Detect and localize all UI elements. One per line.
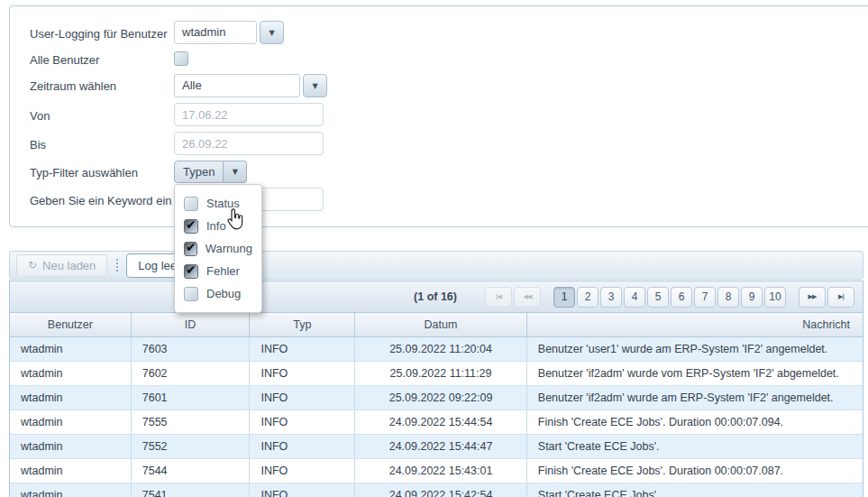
reload-button[interactable]: ↻ Neu laden (16, 254, 107, 277)
cell-typ: INFO (250, 337, 355, 361)
menu-item-checkbox[interactable]: ✔ (184, 264, 198, 279)
type-menu-item-warnung[interactable]: ✔ Warnung (175, 237, 261, 260)
user-select[interactable]: wtadmin ▼ (174, 21, 284, 44)
paginator: (1 of 16) |◀◀◀ 12345678910 ▶▶▶| (10, 281, 863, 313)
cell-id: 7601 (132, 386, 251, 410)
page-button-3[interactable]: 3 (600, 287, 622, 308)
cell-id: 7603 (132, 337, 251, 361)
table-row[interactable]: wtadmin7541INFO24.09.2022 15:42:54Start … (10, 483, 863, 497)
type-menu-item-fehler[interactable]: ✔ Fehler (175, 260, 261, 282)
from-date-label: Von (30, 109, 50, 124)
page-button-8[interactable]: 8 (717, 287, 739, 308)
page-button-6[interactable]: 6 (671, 287, 692, 308)
user-logging-page: User-Logging für Benutzer wtadmin ▼ Alle… (0, 0, 868, 497)
table-row[interactable]: wtadmin7555INFO24.09.2022 15:44:54Finish… (10, 410, 863, 435)
menu-item-checkbox[interactable] (184, 197, 198, 211)
cell-id: 7555 (132, 410, 251, 434)
page-button-2[interactable]: 2 (577, 287, 598, 308)
period-select-label: Zeitraum wählen (30, 79, 116, 94)
cell-typ: INFO (250, 459, 355, 483)
period-select[interactable]: Alle ▼ (174, 74, 327, 97)
log-table: (1 of 16) |◀◀◀ 12345678910 ▶▶▶| Benutzer… (9, 281, 863, 497)
cell-nachricht: Start 'Create ECE Jobs'. (527, 483, 863, 497)
page-button-1[interactable]: 1 (553, 287, 575, 308)
table-row[interactable]: wtadmin7602INFO25.09.2022 11:11:29Benutz… (10, 362, 863, 386)
menu-item-label: Info (206, 219, 226, 233)
type-filter-label: Typ-Filter auswählen (30, 166, 138, 180)
cell-nachricht: Finish 'Create ECE Jobs'. Duration 00:00… (527, 459, 863, 483)
type-filter-dropdown-button[interactable]: ▼ (224, 161, 247, 183)
keyword-label: Geben Sie ein Keyword ein (30, 194, 172, 208)
type-filter-menu: Status ✔ Info ✔ Warnung ✔ Fehler Debug (174, 184, 262, 313)
type-menu-item-status[interactable]: Status (175, 192, 261, 215)
type-filter-button-label[interactable]: Typen (174, 161, 224, 183)
table-row[interactable]: wtadmin7603INFO25.09.2022 11:20:04Benutz… (10, 337, 863, 362)
cell-nachricht: Benutzer 'if2adm' wurde am ERP-System 'I… (527, 386, 863, 410)
cell-benutzer: wtadmin (10, 459, 132, 483)
table-row[interactable]: wtadmin7544INFO24.09.2022 15:43:01Finish… (10, 459, 863, 483)
user-select-label: User-Logging für Benutzer (30, 27, 167, 41)
page-button-5[interactable]: 5 (647, 287, 669, 308)
page-button-10[interactable]: 10 (764, 287, 786, 308)
cell-nachricht: Benutzer 'user1' wurde am ERP-System 'IF… (527, 337, 863, 361)
type-filter-button[interactable]: Typen ▼ (174, 161, 247, 183)
next-page-icon: ▶▶ (809, 293, 817, 300)
cell-benutzer: wtadmin (10, 362, 132, 385)
paginator-nav-before: |◀◀◀ (484, 287, 542, 308)
menu-item-checkbox[interactable] (184, 287, 198, 301)
check-icon: ✔ (186, 240, 196, 254)
prev-page-button: ◀◀ (514, 287, 541, 308)
cell-id: 7552 (132, 435, 251, 458)
cell-nachricht: Benutzer 'if2adm' wurde vom ERP-System '… (527, 362, 863, 385)
cell-typ: INFO (250, 410, 355, 434)
page-button-7[interactable]: 7 (694, 287, 716, 308)
cell-datum: 24.09.2022 15:44:54 (355, 410, 527, 434)
cell-typ: INFO (250, 435, 355, 458)
cell-datum: 25.09.2022 11:11:29 (355, 362, 527, 385)
cell-datum: 25.09.2022 09:22:09 (355, 386, 527, 410)
reload-button-label: Neu laden (42, 259, 96, 272)
first-page-button: |◀ (485, 287, 512, 308)
cell-benutzer: wtadmin (10, 410, 132, 434)
from-date-input[interactable] (174, 103, 324, 126)
cell-datum: 24.09.2022 15:43:01 (355, 459, 527, 483)
column-header-datum: Datum (355, 313, 527, 336)
next-page-button[interactable]: ▶▶ (799, 287, 826, 308)
menu-item-checkbox[interactable]: ✔ (184, 242, 197, 256)
cell-benutzer: wtadmin (10, 483, 132, 497)
all-users-label: Alle Benutzer (30, 53, 99, 68)
paginator-pages: 12345678910 (553, 287, 787, 308)
chevron-down-icon: ▼ (312, 82, 317, 90)
all-users-checkbox[interactable] (174, 51, 188, 66)
menu-item-checkbox[interactable]: ✔ (184, 219, 198, 234)
menu-item-label: Fehler (206, 264, 240, 278)
cell-benutzer: wtadmin (10, 337, 132, 361)
paginator-status: (1 of 16) (414, 290, 457, 303)
table-row[interactable]: wtadmin7552INFO24.09.2022 15:44:47Start … (10, 435, 863, 459)
refresh-icon: ↻ (28, 259, 37, 272)
first-page-icon: |◀ (496, 293, 501, 300)
type-menu-item-debug[interactable]: Debug (175, 282, 261, 305)
cell-nachricht: Start 'Create ECE Jobs'. (527, 435, 863, 458)
hand-pointer-cursor-icon (225, 208, 245, 230)
cell-id: 7544 (132, 459, 251, 483)
period-select-dropdown-button[interactable]: ▼ (303, 74, 327, 97)
user-select-value[interactable]: wtadmin (174, 21, 257, 44)
page-button-4[interactable]: 4 (624, 287, 645, 308)
type-menu-item-info[interactable]: ✔ Info (175, 215, 261, 237)
period-select-value[interactable]: Alle (174, 74, 300, 97)
chevron-down-icon: ▼ (269, 29, 274, 37)
user-select-dropdown-button[interactable]: ▼ (260, 21, 284, 44)
page-button-9[interactable]: 9 (741, 287, 763, 308)
cell-benutzer: wtadmin (10, 386, 132, 410)
cell-nachricht: Finish 'Create ECE Jobs'. Duration 00:00… (527, 410, 863, 434)
table-row[interactable]: wtadmin7601INFO25.09.2022 09:22:09Benutz… (10, 386, 863, 410)
cell-datum: 24.09.2022 15:42:54 (355, 483, 527, 497)
cell-id: 7541 (132, 483, 251, 497)
cell-typ: INFO (250, 483, 355, 497)
last-page-button[interactable]: ▶| (827, 287, 854, 308)
table-header-row: BenutzerIDTypDatumNachricht (10, 313, 863, 337)
check-icon: ✔ (186, 217, 196, 232)
cell-typ: INFO (250, 362, 355, 385)
to-date-input[interactable] (174, 132, 324, 155)
